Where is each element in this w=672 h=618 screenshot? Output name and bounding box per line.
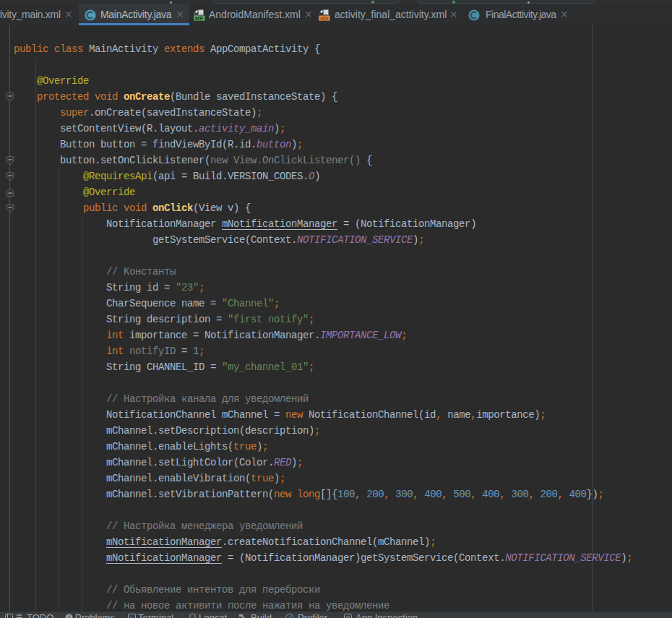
svg-text:</>: </> [320, 15, 328, 21]
svg-text:MF: MF [195, 15, 204, 21]
